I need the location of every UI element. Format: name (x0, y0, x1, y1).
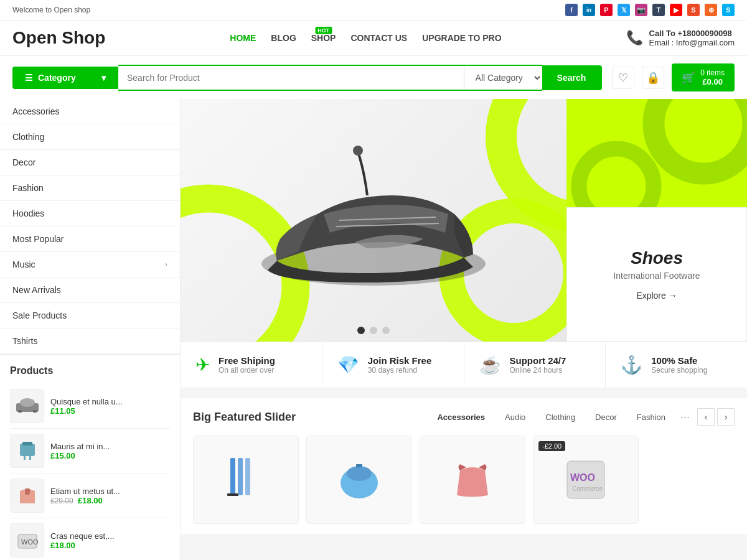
product-price-1: £11.05 (50, 406, 123, 416)
svg-rect-8 (25, 488, 30, 495)
sidebar-item-tshirts[interactable]: Tshirts (0, 329, 180, 354)
feature-sub-4: Secure shopping (651, 366, 707, 375)
slider-dots (357, 327, 390, 334)
hero-side-top (566, 99, 747, 207)
svg-rect-2 (18, 410, 22, 413)
svg-point-27 (347, 466, 372, 481)
header-actions: ♡ 🔒 🛒 0 items £0.00 (612, 63, 735, 91)
sidebar-product-4[interactable]: WOO Cras neque est,... £18.00 (10, 518, 170, 560)
phone-icon: 📞 (626, 30, 643, 46)
anchor-icon: ⚓ (621, 355, 642, 375)
hero-main (181, 99, 566, 342)
sidebar-item-music[interactable]: Music › (0, 252, 180, 278)
nav-shop[interactable]: HOT SHOP (311, 33, 336, 43)
search-input[interactable] (118, 66, 464, 90)
feature-title-2: Join Risk Free (368, 355, 432, 366)
category-button[interactable]: ☰ Category ▾ (12, 67, 118, 89)
nav-blog[interactable]: BLOG (271, 33, 296, 43)
product-thumb-3 (10, 478, 44, 513)
nav-prev-button[interactable]: ‹ (697, 408, 715, 426)
tab-fashion[interactable]: Fashion (632, 410, 670, 424)
svg-rect-6 (24, 456, 26, 460)
svg-text:WOO: WOO (21, 538, 39, 546)
sidebar-item-most-popular[interactable]: Most Popular (0, 226, 180, 252)
nav-home[interactable]: HOME (230, 33, 256, 43)
cart-items-count: 0 items (700, 68, 725, 77)
featured-product-card-3[interactable] (420, 436, 525, 524)
sidebar-item-accessories[interactable]: Accessories (0, 99, 180, 124)
dot-1[interactable] (357, 327, 365, 334)
svg-rect-28 (356, 464, 362, 467)
product-card-img-1 (194, 436, 298, 523)
tumblr-icon[interactable]: T (652, 4, 665, 16)
logo[interactable]: Open Shop (12, 28, 105, 48)
tab-accessories[interactable]: Accessories (432, 410, 490, 424)
feature-sub-2: 30 days refund (368, 366, 432, 375)
hot-badge: HOT (315, 27, 332, 34)
pinterest-icon[interactable]: P (600, 4, 613, 16)
svg-rect-22 (230, 458, 235, 495)
linkedin-icon[interactable]: in (583, 4, 595, 16)
tab-decor[interactable]: Decor (590, 410, 622, 424)
sidebar-item-sale-products[interactable]: Sale Products (0, 303, 180, 329)
more-tabs-button[interactable]: ··· (680, 411, 690, 424)
stumble-icon[interactable]: S (687, 4, 700, 16)
svg-rect-7 (29, 456, 31, 460)
twitter-icon[interactable]: 𝕏 (618, 4, 630, 16)
hero-side-bottom: Shoes International Footware Explore → (566, 207, 747, 342)
search-button[interactable]: Search (542, 65, 603, 90)
hero-shoe-image (243, 133, 504, 307)
hero-badge-sub: International Footware (613, 271, 700, 281)
nav-next-button[interactable]: › (717, 408, 735, 426)
explore-button[interactable]: Explore → (636, 291, 677, 301)
product-thumb-2 (10, 434, 44, 468)
featured-header: Big Featured Slider Accessories Audio Cl… (193, 408, 735, 426)
sidebar-item-new-arrivals[interactable]: New Arrivals (0, 278, 180, 303)
search-input-wrap: All Category Accessories Clothing Decor … (118, 65, 542, 91)
svg-rect-25 (245, 458, 250, 495)
dot-2[interactable] (370, 327, 377, 334)
sidebar-item-clothing[interactable]: Clothing (0, 124, 180, 150)
nav-contact[interactable]: CONTACT US (350, 33, 407, 43)
svg-point-21 (579, 149, 654, 208)
svg-rect-24 (238, 458, 243, 495)
featured-product-card-2[interactable] (306, 436, 412, 524)
facebook-icon[interactable]: f (565, 4, 578, 16)
svg-point-1 (20, 398, 35, 407)
sidebar-nav: Accessories Clothing Decor Fashion Hoodi… (0, 99, 180, 354)
product-old-price-3: £29.00 (50, 497, 73, 505)
skype-icon[interactable]: S (722, 4, 735, 16)
tab-clothing[interactable]: Clothing (540, 410, 580, 424)
featured-product-card-4[interactable]: -£2.00 WOO Commerce (533, 436, 639, 524)
cup-icon: ☕ (479, 355, 501, 375)
sidebar-item-hoodies[interactable]: Hoodies (0, 201, 180, 226)
nav-upgrade[interactable]: UPGRADE TO PRO (422, 33, 501, 43)
wishlist-icon[interactable]: ♡ (612, 67, 634, 89)
feature-shipping: ✈ Free Shiping On all order over (181, 342, 322, 388)
hamburger-icon: ☰ (25, 73, 33, 83)
arrow-icon: › (165, 260, 167, 269)
rss-icon[interactable]: ⊕ (705, 4, 717, 16)
sidebar-item-fashion[interactable]: Fashion (0, 175, 180, 201)
sidebar-item-decor[interactable]: Decor (0, 150, 180, 175)
featured-product-card-1[interactable] (193, 436, 299, 524)
sidebar-product-1[interactable]: Quisque et nulla u... £11.05 (10, 384, 170, 429)
feature-title-4: 100% Safe (651, 355, 707, 366)
svg-rect-23 (227, 493, 238, 496)
content-area: Shoes International Footware Explore → ✈… (181, 99, 747, 560)
hero-slider: Shoes International Footware Explore → (181, 99, 747, 342)
youtube-icon[interactable]: ▶ (670, 4, 682, 16)
sidebar-product-2[interactable]: Mauris at mi in... £15.00 (10, 429, 170, 474)
instagram-icon[interactable]: 📷 (635, 4, 647, 16)
category-select[interactable]: All Category Accessories Clothing Decor … (464, 66, 542, 90)
search-bar: ☰ Category ▾ All Category Accessories Cl… (0, 56, 747, 99)
social-icons-bar: f in P 𝕏 📷 T ▶ S ⊕ S (565, 4, 735, 16)
diamond-icon: 💎 (337, 355, 359, 375)
cart-button[interactable]: 🛒 0 items £0.00 (672, 63, 735, 91)
feature-title-3: Support 24/7 (510, 355, 566, 366)
sidebar-product-3[interactable]: Etiam ut metus ut... £29.00 £18.00 (10, 474, 170, 518)
dot-3[interactable] (382, 327, 390, 334)
tab-audio[interactable]: Audio (500, 410, 530, 424)
product-name-4: Cras neque est,... (50, 531, 115, 541)
lock-icon[interactable]: 🔒 (642, 67, 664, 89)
